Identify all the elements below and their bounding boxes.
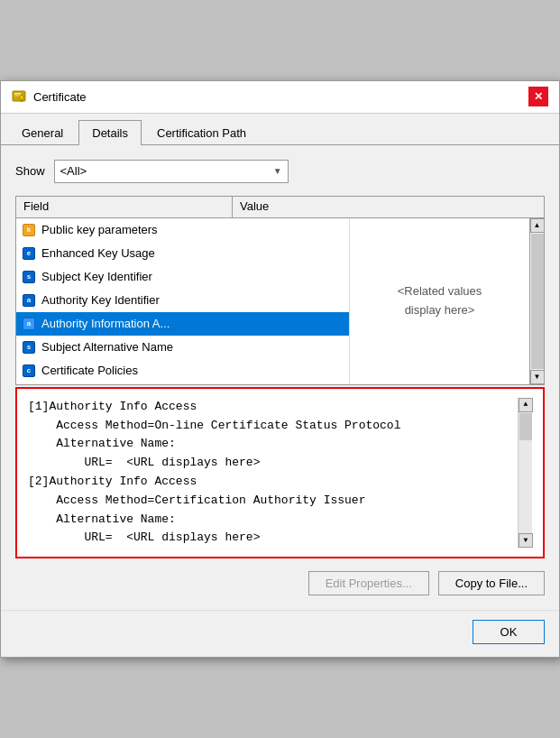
title-bar-left: Certificate	[12, 89, 87, 104]
chevron-down-icon: ▼	[273, 166, 282, 176]
row-icon: s	[22, 270, 36, 284]
table-row-selected[interactable]: a Authority Information A...	[16, 312, 349, 336]
field-label: Public key parameters	[41, 223, 158, 236]
content-area: Show <All> ▼ Field Value k	[1, 145, 559, 610]
detail-line-8: Alternative Name:	[28, 511, 518, 530]
show-dropdown[interactable]: <All> ▼	[54, 160, 289, 183]
table-inner: Field Value k Public key parameters	[16, 197, 544, 384]
field-label: Subject Key Identifier	[41, 270, 152, 283]
edit-properties-button[interactable]: Edit Properties...	[308, 571, 429, 595]
row-icon: k	[22, 223, 36, 237]
detail-scroll-track	[519, 412, 532, 533]
table-row[interactable]: s Subject Key Identifier	[16, 265, 349, 289]
rows-list: k Public key parameters e Enhanced Key U…	[16, 218, 349, 384]
tab-details[interactable]: Details	[78, 120, 142, 145]
ok-button[interactable]: OK	[473, 620, 545, 644]
show-dropdown-value: <All>	[60, 164, 87, 178]
detail-line-6: [2]Authority Info Access	[28, 473, 518, 492]
row-icon: a	[22, 293, 36, 308]
detail-scrollbar[interactable]: ▲ ▼	[518, 398, 532, 548]
field-label: Certificate Policies	[41, 364, 138, 377]
table-scrollbar[interactable]: ▲ ▼	[529, 218, 544, 384]
field-icon: s	[23, 271, 35, 283]
show-row: Show <All> ▼	[15, 160, 545, 183]
copy-to-file-button[interactable]: Copy to File...	[438, 571, 545, 595]
field-icon: a	[23, 318, 35, 330]
field-icon: e	[23, 247, 35, 260]
col-value: Value	[233, 197, 544, 217]
dialog-title: Certificate	[33, 90, 87, 104]
row-icon: c	[22, 364, 36, 378]
field-icon: k	[23, 224, 35, 236]
tab-bar: General Details Certification Path	[1, 114, 559, 145]
table-row[interactable]: s Subject Alternative Name	[16, 336, 349, 359]
detail-line-5: URL= <URL displays here>	[28, 454, 518, 473]
certificate-dialog: Certificate ✕ General Details Certificat…	[0, 80, 560, 658]
close-button[interactable]: ✕	[528, 87, 548, 106]
detail-scroll-up-button[interactable]: ▲	[519, 398, 533, 412]
table-row[interactable]: k Public key parameters	[16, 218, 349, 242]
table-header: Field Value	[16, 197, 544, 218]
field-label: Enhanced Key Usage	[41, 246, 155, 260]
row-icon: e	[22, 246, 36, 261]
show-label: Show	[15, 164, 45, 178]
field-label: Authority Information A...	[41, 317, 170, 330]
field-icon: c	[23, 364, 35, 377]
row-icon: a	[22, 317, 36, 331]
certificate-icon	[12, 89, 26, 104]
value-placeholder: <Related values display here>	[349, 218, 529, 384]
scroll-up-button[interactable]: ▲	[530, 218, 545, 233]
field-icon: a	[23, 294, 35, 307]
detail-line-7: Access Method=Certification Authority Is…	[28, 492, 518, 511]
detail-line-4: Alternative Name:	[28, 435, 518, 454]
field-value-table: Field Value k Public key parameters	[15, 196, 545, 385]
row-icon: s	[22, 340, 36, 355]
svg-point-3	[20, 96, 24, 100]
field-icon: s	[23, 341, 35, 354]
button-row: Edit Properties... Copy to File...	[15, 571, 545, 595]
table-rows-area: k Public key parameters e Enhanced Key U…	[16, 218, 544, 384]
scroll-down-button[interactable]: ▼	[530, 370, 545, 384]
table-row[interactable]: c Certificate Policies	[16, 359, 349, 383]
detail-scroll-down-button[interactable]: ▼	[519, 533, 533, 548]
field-label: Subject Alternative Name	[41, 340, 173, 354]
detail-line-1: [1]Authority Info Access	[28, 398, 518, 417]
col-field: Field	[16, 197, 233, 217]
tab-general[interactable]: General	[8, 120, 77, 145]
scroll-thumb[interactable]	[531, 234, 544, 369]
table-row[interactable]: e Enhanced Key Usage	[16, 242, 349, 265]
table-row[interactable]: c CRL Distribution Points	[16, 383, 349, 384]
detail-content: [1]Authority Info Access Access Method=O…	[28, 398, 518, 548]
detail-box: [1]Authority Info Access Access Method=O…	[15, 387, 545, 558]
field-label: Authority Key Identifier	[41, 293, 160, 307]
svg-rect-1	[14, 93, 21, 95]
ok-row: OK	[1, 610, 559, 657]
title-bar: Certificate ✕	[1, 81, 559, 114]
table-row[interactable]: a Authority Key Identifier	[16, 289, 349, 312]
tab-certification-path[interactable]: Certification Path	[143, 120, 260, 145]
detail-scroll-thumb[interactable]	[519, 413, 532, 440]
detail-line-2: Access Method=On-line Certificate Status…	[28, 417, 518, 436]
detail-line-9: URL= <URL displays here>	[28, 529, 518, 548]
